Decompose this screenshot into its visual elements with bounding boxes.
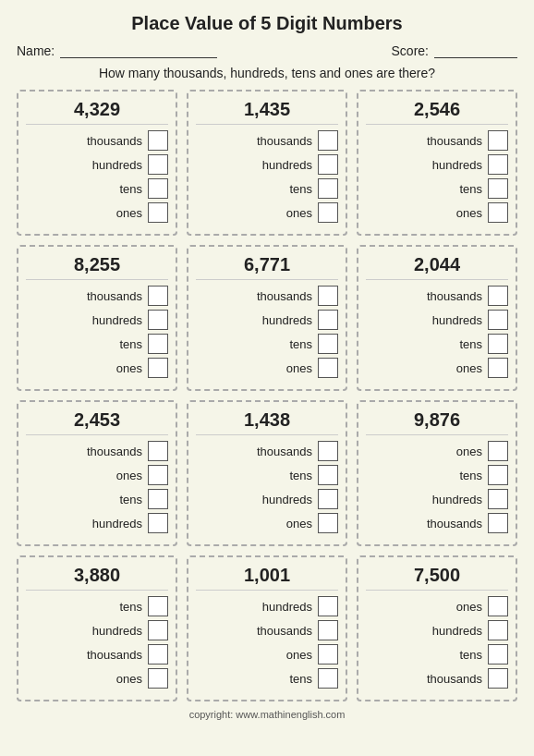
place-box-4-3[interactable] (318, 358, 338, 378)
place-box-2-0[interactable] (488, 130, 508, 151)
place-box-1-1[interactable] (318, 154, 338, 175)
place-row-1-3: ones (196, 202, 338, 223)
place-label-4-3: ones (196, 361, 312, 375)
place-label-6-1: ones (26, 469, 142, 482)
place-box-6-1[interactable] (148, 465, 168, 485)
place-box-6-2[interactable] (148, 489, 168, 509)
card-number-4: 6,771 (196, 254, 338, 280)
card-number-1: 1,435 (196, 99, 338, 125)
place-box-7-3[interactable] (318, 513, 338, 533)
place-row-2-3: ones (366, 202, 508, 223)
place-box-10-2[interactable] (318, 644, 338, 665)
card-8: 9,876onestenshundredsthousands (357, 400, 517, 546)
place-box-9-0[interactable] (148, 596, 168, 616)
place-label-3-3: ones (26, 361, 142, 375)
place-box-11-2[interactable] (488, 644, 508, 665)
place-box-5-3[interactable] (488, 358, 508, 378)
place-box-0-1[interactable] (148, 154, 168, 175)
place-box-5-2[interactable] (488, 334, 508, 354)
place-box-1-0[interactable] (318, 130, 338, 151)
place-row-0-3: ones (26, 202, 168, 223)
place-box-4-2[interactable] (318, 334, 338, 354)
place-label-7-2: hundreds (196, 493, 312, 506)
place-row-2-2: tens (366, 178, 508, 199)
place-box-4-0[interactable] (318, 286, 338, 306)
place-box-6-0[interactable] (148, 441, 168, 461)
place-box-0-2[interactable] (148, 178, 168, 199)
place-box-10-0[interactable] (318, 596, 338, 616)
name-field[interactable] (60, 43, 217, 58)
card-7: 1,438thousandstenshundredsones (187, 400, 347, 546)
place-label-6-2: tens (26, 493, 142, 506)
score-section: Score: (392, 43, 517, 58)
place-row-4-1: hundreds (196, 310, 338, 330)
card-number-11: 7,500 (366, 565, 508, 591)
place-box-4-1[interactable] (318, 310, 338, 330)
place-label-1-3: ones (196, 206, 312, 220)
place-box-2-2[interactable] (488, 178, 508, 199)
place-box-9-2[interactable] (148, 644, 168, 665)
place-label-11-2: tens (366, 648, 482, 662)
card-3: 8,255thousandshundredstensones (17, 245, 177, 391)
score-field[interactable] (434, 43, 517, 58)
place-row-2-1: hundreds (366, 154, 508, 175)
place-row-6-0: thousands (26, 441, 168, 461)
place-box-1-3[interactable] (318, 202, 338, 223)
name-label: Name: (17, 43, 55, 58)
card-number-9: 3,880 (26, 565, 168, 591)
card-number-2: 2,546 (366, 99, 508, 125)
name-section: Name: (17, 43, 217, 58)
place-box-6-3[interactable] (148, 513, 168, 533)
place-box-0-3[interactable] (148, 202, 168, 223)
place-row-6-3: hundreds (26, 513, 168, 533)
place-row-9-1: hundreds (26, 620, 168, 640)
place-row-0-0: thousands (26, 130, 168, 151)
place-box-8-0[interactable] (488, 441, 508, 461)
place-row-1-2: tens (196, 178, 338, 199)
place-box-2-3[interactable] (488, 202, 508, 223)
place-row-8-1: tens (366, 465, 508, 485)
place-box-10-1[interactable] (318, 620, 338, 640)
place-box-1-2[interactable] (318, 178, 338, 199)
place-box-9-3[interactable] (148, 668, 168, 689)
place-label-2-0: thousands (366, 134, 482, 148)
place-box-7-2[interactable] (318, 489, 338, 509)
place-label-1-0: thousands (196, 134, 312, 148)
place-box-5-1[interactable] (488, 310, 508, 330)
place-label-0-1: hundreds (26, 158, 142, 172)
card-number-7: 1,438 (196, 409, 338, 435)
place-box-8-2[interactable] (488, 489, 508, 509)
place-box-8-1[interactable] (488, 465, 508, 485)
place-box-3-0[interactable] (148, 286, 168, 306)
place-row-10-1: thousands (196, 620, 338, 640)
place-row-10-2: ones (196, 644, 338, 665)
place-box-3-3[interactable] (148, 358, 168, 378)
place-box-5-0[interactable] (488, 286, 508, 306)
place-box-8-3[interactable] (488, 513, 508, 533)
place-box-11-1[interactable] (488, 620, 508, 640)
place-box-11-3[interactable] (488, 668, 508, 689)
place-row-11-0: ones (366, 596, 508, 616)
place-box-10-3[interactable] (318, 668, 338, 689)
place-label-0-0: thousands (26, 134, 142, 148)
place-box-7-0[interactable] (318, 441, 338, 461)
place-label-11-3: thousands (366, 672, 482, 686)
copyright: copyright: www.mathinenglish.com (17, 709, 517, 720)
card-6: 2,453thousandsonestenshundreds (17, 400, 177, 546)
place-row-5-0: thousands (366, 286, 508, 306)
place-box-11-0[interactable] (488, 596, 508, 616)
place-label-11-0: ones (366, 600, 482, 614)
place-label-3-0: thousands (26, 289, 142, 303)
place-box-9-1[interactable] (148, 620, 168, 640)
card-1: 1,435thousandshundredstensones (187, 90, 347, 236)
card-number-5: 2,044 (366, 254, 508, 280)
place-label-2-2: tens (366, 182, 482, 196)
place-label-9-2: thousands (26, 648, 142, 662)
place-box-3-1[interactable] (148, 310, 168, 330)
place-box-7-1[interactable] (318, 465, 338, 485)
place-box-2-1[interactable] (488, 154, 508, 175)
place-row-2-0: thousands (366, 130, 508, 151)
place-label-10-1: thousands (196, 624, 312, 638)
place-box-0-0[interactable] (148, 130, 168, 151)
place-box-3-2[interactable] (148, 334, 168, 354)
